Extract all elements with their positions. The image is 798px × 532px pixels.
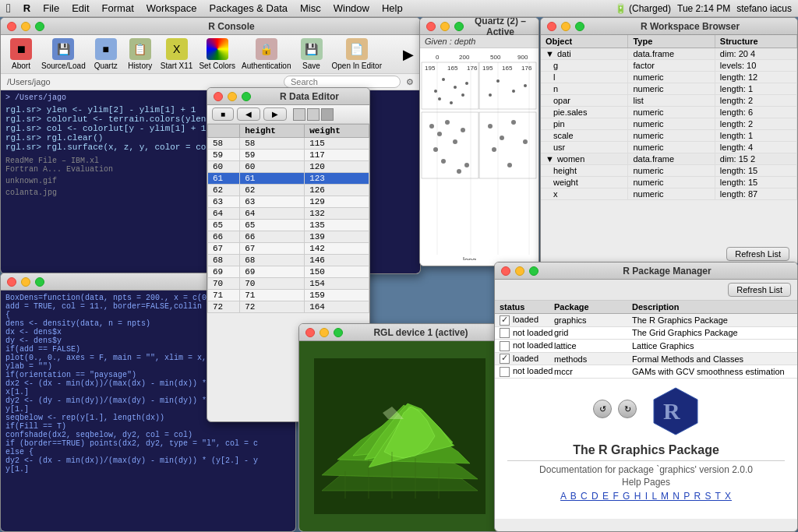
workspace-close[interactable] <box>547 22 556 31</box>
data-table-row[interactable]: 6868146 <box>208 255 369 266</box>
data-table-row[interactable]: 7070154 <box>208 278 369 290</box>
rgl-close[interactable] <box>305 328 315 337</box>
pkg-refresh-button[interactable]: Refresh List <box>728 283 791 297</box>
workspace-row[interactable]: ▼datidata.framedim: 20 4 <box>541 48 797 60</box>
cell-weight[interactable]: 123 <box>305 173 369 185</box>
cell-weight[interactable]: 150 <box>305 266 369 278</box>
source-load-button[interactable]: 💾 Source/Load <box>41 38 86 70</box>
console-search-input[interactable] <box>284 76 401 88</box>
cell-height[interactable]: 70 <box>240 278 305 290</box>
menu-packages[interactable]: Packages & Data <box>210 2 288 14</box>
workspace-table-container[interactable]: Object Type Structure ▼datidata.framedim… <box>541 35 797 244</box>
data-table-row[interactable]: 6161123 <box>208 173 369 185</box>
cell-weight[interactable]: 115 <box>305 138 369 150</box>
workspace-row[interactable]: xnumericlength: 87 <box>541 188 797 200</box>
cell-weight[interactable]: 129 <box>305 196 369 208</box>
menu-format[interactable]: Format <box>102 2 134 14</box>
data-editor-toolbar-btn1[interactable]: ■ <box>212 107 234 121</box>
cell-height[interactable]: 64 <box>240 208 305 220</box>
pkg-row[interactable]: not loadedgridThe Grid Graphics Package <box>495 327 797 340</box>
cell-weight[interactable]: 154 <box>305 278 369 290</box>
data-table-row[interactable]: 6060120 <box>208 161 369 173</box>
cell-weight[interactable]: 135 <box>305 220 369 231</box>
menu-window[interactable]: Window <box>334 2 369 14</box>
r-code-minimize[interactable] <box>21 277 30 287</box>
menu-help[interactable]: Help <box>382 2 403 14</box>
data-table-row[interactable]: 6969150 <box>208 266 369 278</box>
quartz-maximize[interactable] <box>454 22 464 31</box>
menu-file[interactable]: File <box>43 2 59 14</box>
cell-weight[interactable]: 132 <box>305 208 369 220</box>
workspace-maximize[interactable] <box>575 22 584 31</box>
cell-weight[interactable]: 164 <box>305 301 369 313</box>
workspace-row[interactable]: gfactorlevels: 10 <box>541 60 797 72</box>
workspace-row[interactable]: weightnumericlength: 15 <box>541 177 797 188</box>
data-table-row[interactable]: 6262126 <box>208 185 369 196</box>
authentication-button[interactable]: 🔒 Authentication <box>242 38 291 70</box>
workspace-row[interactable]: oparlistlength: 2 <box>541 95 797 107</box>
apple-menu[interactable]:  <box>6 2 11 16</box>
cell-weight[interactable]: 139 <box>305 231 369 243</box>
pkg-row[interactable]: not loadedmccrGAMs with GCV smoothness e… <box>495 365 797 379</box>
cell-height[interactable]: 72 <box>240 301 305 313</box>
workspace-refresh-button[interactable]: Refresh List <box>726 247 789 261</box>
pkg-row[interactable]: loadedgraphicsThe R Graphics Package <box>495 314 797 327</box>
menu-r[interactable]: R <box>23 2 30 14</box>
cell-height[interactable]: 66 <box>240 231 305 243</box>
cell-height[interactable]: 69 <box>240 266 305 278</box>
data-editor-close[interactable] <box>214 92 223 101</box>
cell-height[interactable]: 71 <box>240 290 305 301</box>
set-colors-button[interactable]: Set Colors <box>199 38 235 70</box>
expand-toolbar-button[interactable]: ▶ <box>403 46 414 63</box>
data-table-row[interactable]: 6565135 <box>208 220 369 231</box>
workspace-row[interactable]: usrnumericlength: 4 <box>541 142 797 153</box>
pkg-check-icon[interactable] <box>500 341 510 351</box>
pkg-name[interactable]: methods <box>554 354 632 364</box>
pkg-manager-close[interactable] <box>501 266 510 276</box>
quartz-button[interactable]: ■ Quartz <box>92 38 120 70</box>
workspace-row[interactable]: pinnumericlength: 2 <box>541 118 797 130</box>
ws-col-object[interactable]: Object <box>541 35 628 48</box>
data-table-row[interactable]: 6464132 <box>208 208 369 220</box>
cell-height[interactable]: 68 <box>240 255 305 266</box>
quartz-minimize[interactable] <box>440 22 450 31</box>
cell-weight[interactable]: 142 <box>305 243 369 255</box>
cell-height[interactable]: 60 <box>240 161 305 173</box>
pkg-check-icon[interactable] <box>500 315 510 326</box>
menu-workspace[interactable]: Workspace <box>147 2 197 14</box>
cell-height[interactable]: 59 <box>240 150 305 161</box>
cell-weight[interactable]: 117 <box>305 150 369 161</box>
workspace-row[interactable]: scalenumericlength: 1 <box>541 130 797 142</box>
menu-edit[interactable]: Edit <box>72 2 89 14</box>
workspace-row[interactable]: heightnumericlength: 15 <box>541 165 797 177</box>
col-header-height[interactable]: height <box>240 125 305 138</box>
data-editor-minimize[interactable] <box>228 92 237 101</box>
save-button[interactable]: 💾 Save <box>298 38 326 70</box>
workspace-row[interactable]: lnumericlength: 12 <box>541 72 797 83</box>
cell-height[interactable]: 67 <box>240 243 305 255</box>
pkg-alphabet[interactable]: A B C D E F G H I L M N P R S T X <box>507 491 785 502</box>
pkg-check-icon[interactable] <box>500 367 510 377</box>
col-header-weight[interactable]: weight <box>305 125 369 138</box>
data-table-row[interactable]: 6767142 <box>208 243 369 255</box>
rgl-minimize[interactable] <box>320 328 329 337</box>
pkg-manager-minimize[interactable] <box>515 266 524 276</box>
r-code-maximize[interactable] <box>35 277 44 287</box>
data-table-row[interactable]: 7171159 <box>208 290 369 301</box>
close-button[interactable] <box>7 22 16 31</box>
data-table-row[interactable]: 5858115 <box>208 138 369 150</box>
abort-button[interactable]: ⏹ Abort <box>7 38 35 70</box>
rgl-maximize[interactable] <box>334 328 343 337</box>
data-table-row[interactable]: 7272164 <box>208 301 369 313</box>
pkg-row[interactable]: not loadedlatticeLattice Graphics <box>495 340 797 353</box>
pkg-name[interactable]: mccr <box>554 367 632 376</box>
pkg-back-button[interactable]: ↺ <box>593 400 612 418</box>
pkg-forward-button[interactable]: ↻ <box>618 400 637 418</box>
history-button[interactable]: 📋 History <box>126 38 154 70</box>
maximize-button[interactable] <box>35 22 44 31</box>
workspace-row[interactable]: ▼womendata.framedim: 15 2 <box>541 153 797 165</box>
data-editor-toolbar-btn2[interactable]: ◀ <box>237 107 260 121</box>
cell-height[interactable]: 62 <box>240 185 305 196</box>
pkg-check-icon[interactable] <box>500 328 510 338</box>
view-option-3[interactable] <box>321 108 334 121</box>
